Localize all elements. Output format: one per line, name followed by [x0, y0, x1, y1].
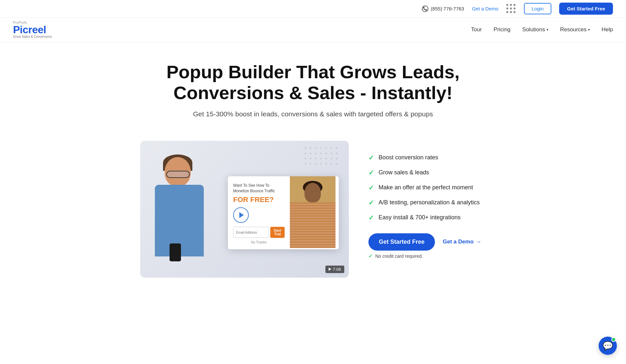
popup-want-text: Want To See How To Monetize Bounce Traff…	[233, 183, 285, 194]
popup-woman-head	[305, 183, 321, 202]
features-section: ✓ Boost conversion rates ✓ Grow sales & …	[368, 141, 486, 259]
logo[interactable]: ProProfs Picreel Grow Sales & Conversion…	[13, 21, 52, 38]
check-icon-5: ✓	[368, 214, 374, 222]
nav-item-solutions[interactable]: Solutions ▾	[522, 26, 548, 33]
check-icon-nocc: ✓	[368, 253, 373, 259]
chevron-down-icon: ▾	[588, 27, 590, 32]
feature-item-4: ✓ A/B testing, personalization & analyti…	[368, 199, 486, 207]
man-glasses	[166, 171, 190, 178]
play-triangle-icon	[239, 212, 244, 218]
get-started-top-button[interactable]: Get Started Free	[559, 3, 613, 15]
get-started-main-button[interactable]: Get Started Free	[368, 233, 435, 251]
popup-free-text: FOR FREE?	[233, 196, 285, 204]
top-bar: 📞 (855) 776-7763 Get a Demo Login Get St…	[0, 0, 626, 18]
nav-links: Tour Pricing Solutions ▾ Resources ▾ Hel…	[471, 26, 613, 33]
check-icon-1: ✓	[368, 154, 374, 162]
main-content: ✕ Want To See How To Monetize Bounce Tra…	[85, 141, 541, 297]
play-small-icon	[329, 268, 331, 271]
play-button[interactable]	[233, 207, 249, 223]
cta-section: Get Started Free Get a Demo → ✓ No credi…	[368, 233, 486, 259]
phone-text: (855) 776-7763	[431, 6, 464, 11]
logo-tagline: Grow Sales & Conversions	[13, 35, 52, 38]
chevron-down-icon: ▾	[546, 27, 548, 32]
video-background: ✕ Want To See How To Monetize Bounce Tra…	[140, 141, 349, 278]
no-credit-card-notice: ✓ No credit card required.	[368, 253, 486, 259]
arrow-right-icon: →	[476, 239, 482, 245]
hero-section: Popup Builder That Grows Leads, Conversi…	[0, 42, 626, 141]
get-demo-label: Get a Demo	[443, 239, 473, 245]
feature-text-2: Grow sales & leads	[379, 169, 429, 176]
nav-item-resources[interactable]: Resources ▾	[560, 26, 590, 33]
dots-decoration	[305, 147, 339, 166]
popup-start-button[interactable]: Start Trial	[270, 227, 285, 238]
popup-input-row: Start Trial	[233, 227, 285, 238]
popup-left-content: Want To See How To Monetize Bounce Traff…	[228, 176, 290, 250]
man-illustration	[147, 147, 225, 278]
feature-text-4: A/B testing, personalization & analytics	[379, 199, 480, 206]
nav-link-help[interactable]: Help	[602, 26, 613, 33]
nav-link-solutions[interactable]: Solutions	[522, 26, 545, 33]
nav-item-pricing[interactable]: Pricing	[494, 26, 511, 33]
hero-title: Popup Builder That Grows Leads, Conversi…	[166, 62, 460, 104]
video-duration: 7:06	[333, 267, 341, 272]
check-icon-3: ✓	[368, 184, 374, 192]
popup-card: ✕ Want To See How To Monetize Bounce Tra…	[228, 176, 339, 250]
feature-text-5: Easy install & 700+ integrations	[379, 214, 461, 221]
check-icon-4: ✓	[368, 199, 374, 207]
nav-item-help[interactable]: Help	[602, 26, 613, 33]
popup-woman-image	[290, 176, 335, 248]
nav-link-resources[interactable]: Resources	[560, 26, 587, 33]
no-cc-text: No credit card required.	[375, 254, 423, 259]
feature-text-1: Boost conversion rates	[379, 154, 438, 161]
feature-item-2: ✓ Grow sales & leads	[368, 169, 486, 177]
apps-grid-icon[interactable]	[506, 4, 516, 14]
check-icon-2: ✓	[368, 169, 374, 177]
man-phone	[170, 243, 181, 261]
feature-item-1: ✓ Boost conversion rates	[368, 154, 486, 162]
popup-no-thanks[interactable]: No Thanks	[233, 240, 285, 244]
login-button[interactable]: Login	[524, 3, 552, 14]
video-area: ✕ Want To See How To Monetize Bounce Tra…	[140, 141, 349, 278]
popup-woman-shirt	[290, 202, 335, 248]
logo-picreel: Picreel	[13, 24, 52, 35]
navigation: ProProfs Picreel Grow Sales & Conversion…	[0, 18, 626, 42]
features-list: ✓ Boost conversion rates ✓ Grow sales & …	[368, 141, 486, 222]
nav-link-tour[interactable]: Tour	[471, 26, 482, 33]
feature-item-3: ✓ Make an offer at the perfect moment	[368, 184, 486, 192]
get-demo-main-link[interactable]: Get a Demo →	[443, 239, 481, 245]
hero-subtitle: Get 15-300% boost in leads, conversions …	[179, 110, 447, 118]
video-timer[interactable]: 7:06	[325, 266, 344, 273]
nav-item-tour[interactable]: Tour	[471, 26, 482, 33]
top-get-demo-link[interactable]: Get a Demo	[472, 6, 499, 11]
popup-email-input[interactable]	[233, 227, 269, 238]
phone-number: 📞 (855) 776-7763	[422, 6, 464, 12]
cta-buttons: Get Started Free Get a Demo →	[368, 233, 486, 251]
feature-text-3: Make an offer at the perfect moment	[379, 184, 473, 191]
phone-icon: 📞	[422, 6, 428, 12]
feature-item-5: ✓ Easy install & 700+ integrations	[368, 214, 486, 222]
nav-link-pricing[interactable]: Pricing	[494, 26, 511, 33]
